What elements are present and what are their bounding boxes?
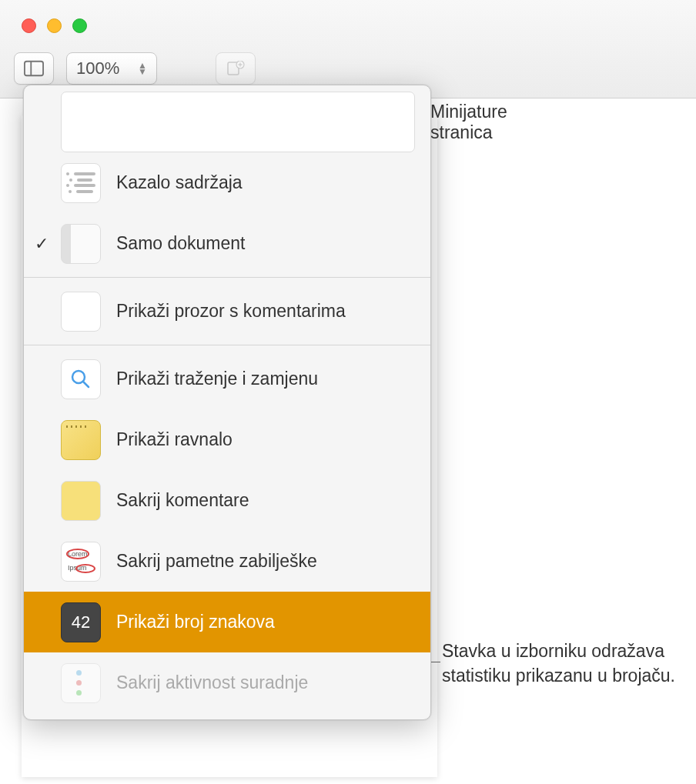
menu-item-find-replace[interactable]: Prikaži traženje i zamjenu	[24, 349, 430, 409]
menu-item-show-word-count[interactable]: 42 Prikaži broj znakova	[24, 592, 430, 652]
view-menu-button[interactable]	[14, 52, 54, 85]
menu-item-label: Sakrij komentare	[116, 490, 249, 511]
thumbnails-icon	[61, 92, 415, 152]
chevron-updown-icon: ▲▼	[138, 62, 147, 75]
svg-line-7	[83, 382, 89, 387]
callout-annotation: Stavka u izborniku odražava statistiku p…	[442, 639, 681, 688]
menu-separator	[24, 277, 430, 278]
sidebar-icon	[24, 60, 44, 77]
menu-item-label: Kazalo sadržaja	[116, 172, 243, 193]
menu-item-document-only[interactable]: ✓ Samo dokument	[24, 213, 430, 274]
menu-item-hide-collaboration: Sakrij aktivnost suradnje	[24, 652, 430, 713]
minimize-window-button[interactable]	[47, 18, 62, 33]
menu-item-label: Minijature stranica	[430, 102, 507, 143]
toolbar: 100% ▲▼	[14, 52, 256, 85]
zoom-select[interactable]: 100% ▲▼	[66, 52, 157, 85]
toc-icon	[61, 163, 101, 203]
window-title-bar: 100% ▲▼	[0, 0, 696, 98]
ruler-icon	[61, 420, 101, 460]
search-icon	[61, 359, 101, 399]
menu-item-label: Prikaži ravnalo	[116, 429, 233, 450]
menu-item-label: Sakrij pametne zabilješke	[116, 551, 317, 572]
collaboration-icon	[61, 663, 101, 703]
comments-panel-icon	[61, 292, 101, 332]
view-dropdown-menu: Minijature stranica Kazalo sadržaja ✓ Sa…	[23, 85, 431, 720]
fullscreen-window-button[interactable]	[72, 18, 87, 33]
menu-item-show-ruler[interactable]: Prikaži ravnalo	[24, 409, 430, 470]
menu-item-hide-comments[interactable]: Sakrij komentare	[24, 470, 430, 531]
window-controls	[22, 18, 87, 33]
add-page-button[interactable]	[216, 52, 256, 85]
word-count-icon: 42	[61, 602, 101, 642]
menu-item-label: Prikaži broj znakova	[116, 612, 275, 632]
smart-annotations-icon: Lorem Ipsum	[61, 542, 101, 582]
hide-comments-icon	[61, 481, 101, 521]
callout-text: Stavka u izborniku odražava statistiku p…	[442, 641, 675, 686]
menu-item-label: Samo dokument	[116, 233, 245, 254]
document-only-icon	[61, 224, 101, 264]
zoom-value: 100%	[76, 58, 119, 78]
menu-item-show-comments-panel[interactable]: Prikaži prozor s komentarima	[24, 281, 430, 342]
checkmark-icon: ✓	[35, 234, 49, 254]
svg-rect-0	[25, 62, 43, 76]
menu-item-label: Prikaži prozor s komentarima	[116, 301, 346, 322]
menu-separator	[24, 345, 430, 345]
menu-item-label: Sakrij aktivnost suradnje	[116, 672, 308, 693]
close-window-button[interactable]	[22, 18, 36, 33]
menu-item-label: Prikaži traženje i zamjenu	[116, 369, 318, 389]
menu-item-hide-smart-annotations[interactable]: Lorem Ipsum Sakrij pametne zabilješke	[24, 531, 430, 592]
add-page-icon	[226, 61, 245, 76]
menu-item-page-thumbnails[interactable]: Minijature stranica	[24, 92, 430, 152]
menu-item-table-of-contents[interactable]: Kazalo sadržaja	[24, 152, 430, 213]
